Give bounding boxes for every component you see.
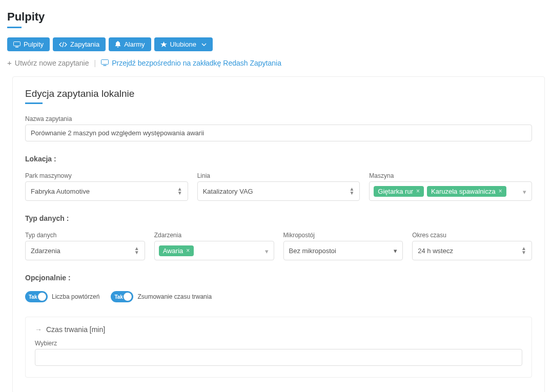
park-value: Fabryka Automotive [31, 188, 90, 195]
tab-ulubione[interactable]: Ulubione [154, 37, 213, 51]
tab-ulubione-label: Ulubione [170, 40, 196, 48]
micro-select[interactable]: Bez mikropostoi ▾ [283, 241, 403, 260]
line-value: Katalizatory VAG [203, 188, 253, 195]
query-name-label: Nazwa zapytania [25, 115, 532, 122]
machine-tagbox[interactable]: Giętarka rur × Karuzela spawalnicza × ▾ [369, 181, 532, 201]
svg-rect-1 [15, 47, 18, 48]
caret-down-icon: ▾ [394, 247, 397, 255]
svg-rect-3 [104, 65, 107, 66]
section-datatype: Typ danych : [25, 214, 532, 222]
sort-icon: ▲▼ [521, 246, 526, 255]
title-underline [7, 27, 22, 28]
micro-value: Bez mikropostoi [289, 247, 336, 255]
type-label: Typ danych [25, 232, 145, 239]
type-value: Zdarzenia [31, 247, 60, 255]
line-label: Linia [197, 172, 360, 179]
panel-title: Edycja zapytania lokalnie [25, 88, 532, 99]
panel-underline [25, 102, 43, 104]
toggle-repeats-label: Liczba powtórzeń [52, 293, 99, 300]
event-tag: Awaria × [159, 245, 194, 256]
caret-down-icon: ▾ [265, 247, 269, 255]
svg-rect-0 [14, 42, 21, 46]
star-icon [160, 42, 167, 48]
arrow-right-icon: → [35, 325, 42, 334]
choose-label: Wybierz [35, 340, 522, 347]
duration-panel: → Czas trwania [min] Wybierz [25, 317, 532, 378]
plus-icon: + [7, 58, 12, 67]
toggle-knob [124, 293, 132, 301]
monitor-icon [13, 42, 21, 48]
remove-tag-icon[interactable]: × [416, 188, 420, 195]
sort-icon: ▲▼ [177, 187, 182, 195]
section-location: Lokacja : [25, 155, 532, 163]
toggle-knob [38, 293, 46, 301]
period-label: Okres czasu [412, 232, 532, 239]
tab-alarmy[interactable]: Alarmy [109, 37, 151, 51]
period-select[interactable]: 24 h wstecz ▲▼ [412, 241, 532, 260]
monitor-icon [101, 59, 109, 66]
page-title: Pulpity [7, 10, 545, 24]
create-query-link[interactable]: + Utwórz nowe zapytanie [7, 58, 89, 67]
bell-icon [115, 41, 121, 48]
park-select[interactable]: Fabryka Automotive ▲▼ [25, 181, 188, 201]
action-row: + Utwórz nowe zapytanie | Przejdź bezpoś… [7, 58, 545, 67]
redash-link[interactable]: Przejdź bezpośrednio na zakładkę Redash … [101, 59, 281, 67]
create-query-label: Utwórz nowe zapytanie [15, 59, 89, 67]
machine-tag: Giętarka rur × [374, 186, 424, 197]
editor-panel: Edycja zapytania lokalnie Nazwa zapytani… [12, 76, 545, 392]
toggle-sum-label: Zsumowanie czasu trwania [137, 293, 212, 300]
divider: | [94, 59, 96, 67]
section-optional: Opcjonalnie : [25, 274, 532, 282]
tab-zapytania[interactable]: Zapytania [53, 37, 106, 51]
type-select[interactable]: Zdarzenia ▲▼ [25, 241, 145, 260]
remove-tag-icon[interactable]: × [499, 188, 502, 195]
code-icon [59, 42, 67, 48]
line-select[interactable]: Katalizatory VAG ▲▼ [197, 181, 360, 201]
tab-pulpity-label: Pulpity [24, 40, 44, 48]
tab-alarmy-label: Alarmy [124, 40, 145, 48]
machine-tag-label: Karuzela spawalnicza [431, 188, 496, 195]
machine-tag-label: Giętarka rur [378, 188, 413, 195]
park-label: Park maszynowy [25, 172, 188, 179]
period-value: 24 h wstecz [418, 247, 453, 255]
toggle-sum-duration[interactable]: Tak [111, 291, 133, 302]
micro-label: Mikropostój [283, 232, 403, 239]
tab-zapytania-label: Zapytania [70, 40, 99, 48]
redash-label: Przejdź bezpośrednio na zakładkę Redash … [112, 59, 281, 67]
query-name-input[interactable] [25, 125, 532, 141]
toggle-repeats-value: Tak [29, 294, 37, 300]
svg-rect-2 [101, 60, 109, 65]
events-label: Zdarzenia [154, 232, 274, 239]
event-tag-label: Awaria [163, 247, 183, 255]
tab-pulpity[interactable]: Pulpity [7, 37, 50, 51]
sort-icon: ▲▼ [134, 246, 139, 255]
caret-down-icon: ▾ [523, 188, 526, 196]
sort-icon: ▲▼ [349, 187, 354, 195]
chevron-down-icon [201, 43, 207, 46]
duration-title: Czas trwania [min] [46, 325, 105, 334]
events-tagbox[interactable]: Awaria × ▾ [154, 241, 274, 260]
remove-tag-icon[interactable]: × [186, 247, 190, 254]
tab-row: Pulpity Zapytania Alarmy Ulubione [7, 37, 545, 51]
toggle-repeats[interactable]: Tak [25, 291, 48, 302]
toggle-sum-value: Tak [114, 294, 123, 300]
choose-input[interactable] [35, 349, 522, 366]
machine-tag: Karuzela spawalnicza × [427, 186, 506, 197]
machine-label: Maszyna [369, 172, 532, 179]
